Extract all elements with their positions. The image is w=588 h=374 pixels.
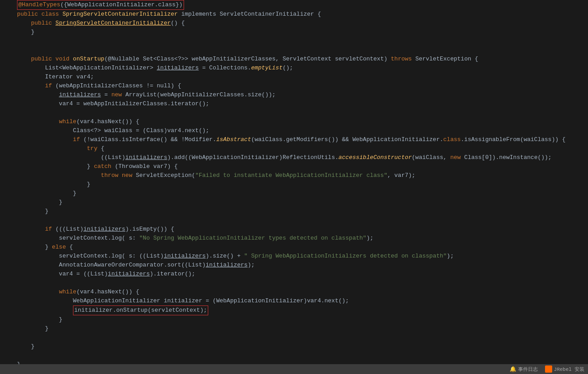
code-line-7: public void onStartup(@Nullable Set<Clas…: [0, 55, 588, 64]
code-text: public SpringServletContainerInitializer…: [17, 19, 588, 28]
code-text: } else {: [17, 243, 588, 252]
code-editor: @HandleTypes({WebApplicationInitializer.…: [0, 0, 588, 374]
code-line-38: [0, 333, 588, 342]
code-line-34: WebApplicationInitializer initializer = …: [0, 297, 588, 305]
status-bar: 🔔 事件日志 JRebel 安装: [0, 364, 588, 374]
code-text: if (!waiClass.isInterface() && !Modifier…: [17, 135, 588, 144]
code-line-1: @HandleTypes({WebApplicationInitializer.…: [0, 0, 588, 10]
code-line-40: [0, 351, 588, 360]
code-text: } catch (Throwable var7) {: [17, 162, 588, 171]
code-line-20: throw new ServletException("Failed to in…: [0, 171, 588, 180]
code-text: }: [17, 342, 588, 351]
code-text: List<WebApplicationInitializer> initiali…: [17, 64, 588, 73]
code-line-15: Class<?> waiClass = (Class)var4.next();: [0, 126, 588, 135]
highlighted-code: initializer.onStartup(servletContext);: [73, 305, 208, 315]
code-text: Iterator var4;: [17, 73, 588, 82]
code-line-26: if (((List)initializers).isEmpty()) {: [0, 225, 588, 234]
code-text: throw new ServletException("Failed to in…: [17, 171, 588, 180]
jrebel-label: JRebel 安装: [554, 366, 584, 373]
code-line-11: initializers = new ArrayList(webAppIniti…: [0, 90, 588, 99]
code-line-9: Iterator var4;: [0, 73, 588, 82]
code-line-39: }: [0, 342, 588, 351]
code-text: }: [17, 198, 588, 207]
code-text: WebApplicationInitializer initializer = …: [17, 297, 588, 305]
code-text: @HandleTypes({WebApplicationInitializer.…: [17, 0, 588, 10]
code-line-14: while(var4.hasNext()) {: [0, 117, 588, 126]
code-line-28: } else {: [0, 243, 588, 252]
code-line-16: if (!waiClass.isInterface() && !Modifier…: [0, 135, 588, 144]
code-line-4: }: [0, 28, 588, 37]
code-line-23: }: [0, 198, 588, 207]
code-line-37: }: [0, 324, 588, 333]
code-text: AnnotationAwareOrderComparator.sort((Lis…: [17, 261, 588, 270]
code-text: }: [17, 28, 588, 37]
event-log-label: 事件日志: [518, 366, 538, 373]
code-text: ((List)initializers).add((WebApplication…: [17, 153, 588, 162]
code-line-8: List<WebApplicationInitializer> initiali…: [0, 64, 588, 73]
code-line-29: servletContext.log( s: ((List)initialize…: [0, 252, 588, 261]
code-text: var4 = webAppInitializerClasses.iterator…: [17, 99, 588, 108]
code-line-21: }: [0, 180, 588, 189]
jrebel-item[interactable]: JRebel 安装: [545, 365, 584, 373]
code-line-24: }: [0, 207, 588, 216]
code-text: }: [17, 315, 588, 324]
code-text: servletContext.log( s: ((List)initialize…: [17, 252, 588, 261]
code-line-12: var4 = webAppInitializerClasses.iterator…: [0, 99, 588, 108]
code-text: initializers = new ArrayList(webAppIniti…: [17, 90, 588, 99]
code-text: }: [17, 324, 588, 333]
code-text: var4 = ((List)initializers).iterator();: [17, 270, 588, 279]
code-text: try {: [17, 144, 588, 153]
code-line-10: if (webAppInitializerClasses != null) {: [0, 82, 588, 90]
code-text: }: [17, 207, 588, 216]
code-text: servletContext.log( s: "No Spring WebApp…: [17, 234, 588, 243]
code-line-17: try {: [0, 144, 588, 153]
code-line-5: [0, 37, 588, 46]
code-line-31: var4 = ((List)initializers).iterator();: [0, 270, 588, 279]
code-line-30: AnnotationAwareOrderComparator.sort((Lis…: [0, 261, 588, 270]
code-text: while(var4.hasNext()) {: [17, 288, 588, 297]
code-text: Class<?> waiClass = (Class)var4.next();: [17, 126, 588, 135]
code-line-19: } catch (Throwable var7) {: [0, 162, 588, 171]
code-text: if (webAppInitializerClasses != null) {: [17, 82, 588, 90]
code-line-36: }: [0, 315, 588, 324]
code-line-35: initializer.onStartup(servletContext);: [0, 305, 588, 315]
jrebel-icon: [545, 365, 552, 373]
code-line-2: public class SpringServletContainerIniti…: [0, 10, 588, 19]
code-line-27: servletContext.log( s: "No Spring WebApp…: [0, 234, 588, 243]
code-line-18: ((List)initializers).add((WebApplication…: [0, 153, 588, 162]
code-line-33: while(var4.hasNext()) {: [0, 288, 588, 297]
code-line-6: [0, 46, 588, 55]
code-text: public void onStartup(@Nullable Set<Clas…: [17, 55, 588, 64]
code-line-25: [0, 216, 588, 225]
code-text: }: [17, 180, 588, 189]
event-log-icon: 🔔: [510, 366, 516, 373]
event-log-item[interactable]: 🔔 事件日志: [510, 366, 538, 373]
code-text: }: [17, 189, 588, 198]
code-text: while(var4.hasNext()) {: [17, 117, 588, 126]
code-text: initializer.onStartup(servletContext);: [17, 305, 588, 315]
code-line-32: [0, 279, 588, 288]
code-line-22: }: [0, 189, 588, 198]
code-text: if (((List)initializers).isEmpty()) {: [17, 225, 588, 234]
highlighted-annotation: @HandleTypes({WebApplicationInitializer.…: [17, 0, 184, 10]
code-text: public class SpringServletContainerIniti…: [17, 10, 588, 19]
code-line-3: public SpringServletContainerInitializer…: [0, 19, 588, 28]
code-line-13: [0, 108, 588, 117]
